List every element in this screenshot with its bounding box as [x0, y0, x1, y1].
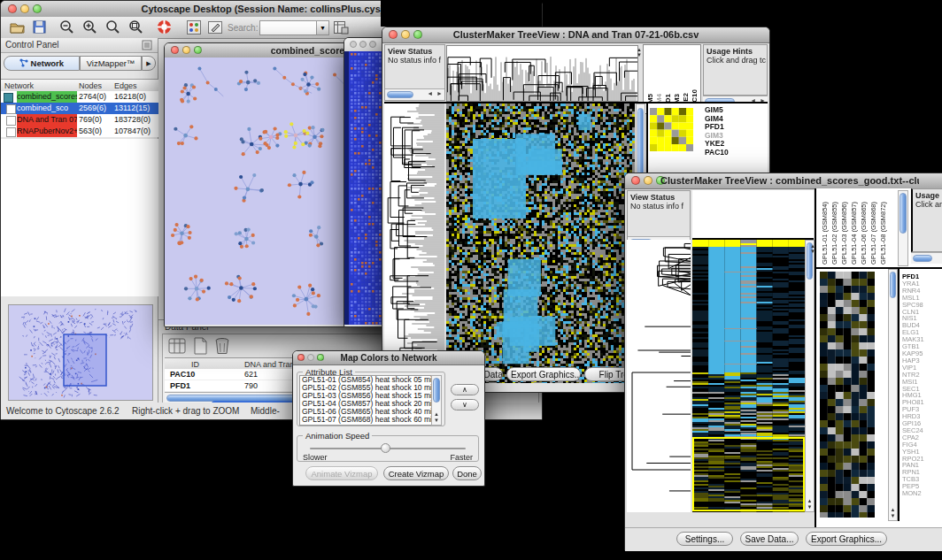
- col-header-edges[interactable]: Edges: [114, 81, 155, 90]
- zoom-selected-icon[interactable]: [128, 19, 143, 35]
- tv2-column-label[interactable]: GPL51-08 (GSM872): [879, 202, 887, 265]
- treeview1-titlebar[interactable]: ClusterMaker TreeView : DNA and Tran 07-…: [382, 27, 769, 43]
- tv2-gene-label[interactable]: SPC98: [902, 302, 924, 309]
- tab-more-button[interactable]: ▶: [142, 56, 156, 71]
- close-button[interactable]: [631, 176, 640, 185]
- tv2-gene-label[interactable]: PAN1: [902, 462, 924, 469]
- tv1-export-graphics-button[interactable]: Export Graphics...: [506, 367, 581, 381]
- create-vizmap-button[interactable]: Create Vizmap: [383, 466, 449, 480]
- minimize-button[interactable]: [20, 4, 29, 13]
- tv2-gene-label[interactable]: MSI1: [902, 379, 924, 386]
- tab-network[interactable]: Network: [4, 56, 80, 71]
- tv2-gene-label[interactable]: MAK31: [902, 336, 924, 343]
- col-header-nodes[interactable]: Nodes: [79, 81, 112, 90]
- help-ring-icon[interactable]: [157, 19, 172, 35]
- attribute-select-icon[interactable]: [168, 337, 186, 355]
- tv1-gene-label[interactable]: YKE2: [705, 140, 729, 149]
- attribute-list-scrollbar[interactable]: ▲▼: [431, 375, 442, 426]
- tv2-gene-label[interactable]: HMG1: [902, 392, 924, 399]
- network-list-row[interactable]: combined_sco2569(6)13112(15): [1, 103, 158, 114]
- tv2-gene-label[interactable]: ELG1: [902, 329, 924, 336]
- network-list-row[interactable]: combined_scores2764(0)16218(0): [1, 91, 158, 103]
- tv2-gene-label[interactable]: SEC24: [902, 427, 924, 434]
- annotation-icon[interactable]: [208, 20, 223, 35]
- tv1-zoom-heatmap[interactable]: [650, 108, 693, 151]
- network-overview-thumbnail[interactable]: [8, 304, 153, 401]
- tv2-gene-label[interactable]: NTR2: [902, 372, 924, 379]
- minimize-button[interactable]: [644, 176, 652, 185]
- tv2-gene-label[interactable]: MON2: [902, 490, 924, 497]
- float-panel-icon[interactable]: [142, 40, 152, 50]
- zoom-window-button[interactable]: [33, 4, 42, 13]
- tv2-settings-button[interactable]: Settings...: [676, 532, 733, 546]
- tv1-status-scrollbar[interactable]: ◄ ►: [385, 88, 444, 100]
- tv2-gene-label[interactable]: TCB3: [902, 476, 924, 483]
- tv1-gene-label[interactable]: PFD1: [705, 123, 729, 132]
- tv2-column-label[interactable]: GPL51-03 (GSM856): [840, 202, 848, 265]
- animation-speed-slider[interactable]: [310, 444, 466, 453]
- tv2-gene-label[interactable]: MSL1: [902, 295, 924, 302]
- tv2-gene-label[interactable]: GPI16: [902, 420, 924, 427]
- tv1-gene-label[interactable]: GIM5: [705, 106, 729, 115]
- tv1-gene-label[interactable]: GIM4: [705, 115, 729, 124]
- tv1-heatmap[interactable]: [446, 104, 635, 383]
- tv2-collabel-scrollbar[interactable]: [898, 190, 908, 266]
- tv2-heatmap-vscrollbar[interactable]: ▲▼: [805, 240, 815, 512]
- col-header-network[interactable]: Network: [4, 81, 75, 90]
- tv2-gene-label[interactable]: GTB1: [902, 343, 924, 350]
- animate-vizmap-button[interactable]: Animate Vizmap: [305, 466, 378, 480]
- tv2-hints-scrollbar[interactable]: [911, 252, 942, 264]
- minimize-button[interactable]: [359, 41, 367, 48]
- done-button[interactable]: Done: [452, 466, 482, 480]
- tv2-gene-label[interactable]: RPO21: [902, 456, 924, 463]
- tv2-label-arrows[interactable]: ▲▼: [809, 243, 816, 254]
- tv2-gene-label[interactable]: PHO81: [902, 399, 924, 406]
- network-list-row[interactable]: DNA and Tran 07769(0)183728(0): [1, 114, 158, 126]
- move-down-button[interactable]: ∨: [451, 399, 479, 410]
- zoom-out-icon[interactable]: [59, 19, 74, 35]
- tv2-gene-label[interactable]: HRD3: [902, 413, 924, 420]
- search-dropdown-button[interactable]: ▼: [316, 20, 329, 35]
- tv2-gene-label[interactable]: PFD1: [902, 273, 924, 280]
- tv2-gene-label[interactable]: VIP1: [902, 364, 924, 372]
- tv2-export-graphics-button[interactable]: Export Graphics...: [806, 532, 887, 546]
- open-folder-icon[interactable]: [10, 20, 25, 34]
- slider-thumb[interactable]: [381, 443, 390, 453]
- zoom-window-button[interactable]: [369, 41, 376, 48]
- tv2-save-data-button[interactable]: Save Data...: [740, 532, 799, 546]
- tv2-gene-label[interactable]: PUF3: [902, 406, 924, 413]
- tv2-row-dendrogram[interactable]: [627, 240, 691, 512]
- tv2-gene-label[interactable]: PEP5: [902, 483, 924, 490]
- tv2-gene-label[interactable]: BUD4: [902, 322, 924, 329]
- tv2-column-label[interactable]: GPL51-04 (GSM857): [850, 202, 858, 265]
- tv1-gene-label[interactable]: PAC10: [705, 149, 729, 157]
- tv2-gene-label[interactable]: YRA1: [902, 280, 924, 288]
- close-button[interactable]: [8, 4, 17, 13]
- tv2-heatmap[interactable]: [692, 240, 805, 512]
- tv2-column-label[interactable]: GPL51-07 (GSM868): [869, 202, 877, 265]
- new-attribute-icon[interactable]: [191, 337, 209, 355]
- tv2-gene-label[interactable]: SEC1: [902, 386, 924, 393]
- tv1-column-dendrogram[interactable]: [446, 45, 638, 102]
- search-input[interactable]: [259, 20, 320, 35]
- tv2-gene-label[interactable]: FIG4: [902, 441, 924, 449]
- dialog-titlebar[interactable]: Map Colors to Network: [293, 351, 484, 365]
- tv2-column-dendrogram[interactable]: [692, 190, 814, 240]
- tv2-genelabel-scrollbar[interactable]: ▲▼: [888, 269, 898, 521]
- tv2-column-label[interactable]: GPL51-02 (GSM855): [830, 202, 838, 265]
- tv2-gene-label[interactable]: RNR4: [902, 288, 924, 295]
- tv2-gene-label[interactable]: HAP3: [902, 357, 924, 364]
- tv2-column-label[interactable]: GPL51-01 (GSM854): [821, 202, 829, 265]
- move-up-button[interactable]: ∧: [451, 384, 479, 395]
- tv2-gene-label[interactable]: CLN1: [902, 309, 924, 316]
- tv2-zoom-heatmap[interactable]: [820, 272, 875, 518]
- tv2-gene-label[interactable]: RPN1: [902, 469, 924, 476]
- tv2-column-label[interactable]: GPL51-06 (GSM865): [860, 202, 868, 265]
- close-button[interactable]: [350, 41, 357, 48]
- tv1-gene-label[interactable]: GIM3: [705, 132, 729, 141]
- save-icon[interactable]: [33, 20, 46, 34]
- zoom-in-icon[interactable]: [82, 19, 97, 35]
- zoom-fit-icon[interactable]: [105, 19, 120, 35]
- tv2-gene-label[interactable]: NIS1: [902, 315, 924, 322]
- tv1-label-arrows[interactable]: ▲▼: [636, 47, 643, 58]
